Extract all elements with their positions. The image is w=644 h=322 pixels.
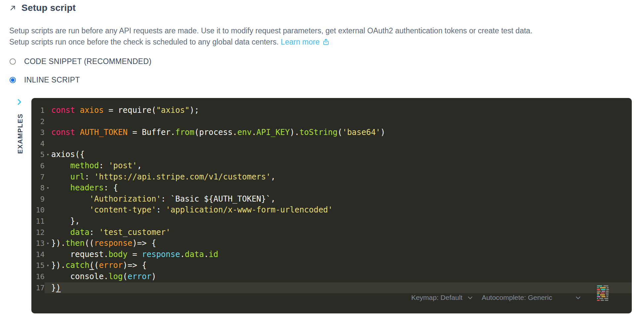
setup-script-page: Setup script Setup scripts are run befor… xyxy=(0,0,644,322)
code-token-prop: url xyxy=(70,172,85,181)
code-line[interactable]: 3const AUTH_TOKEN = Buffer.from(process.… xyxy=(31,127,632,138)
code-token-str: 'application/x-www-form-urlencoded' xyxy=(166,205,333,214)
code-text: const axios = require("axios"); xyxy=(51,105,199,116)
code-token-pl: ( xyxy=(123,272,127,281)
learn-more-link[interactable]: Learn more xyxy=(281,38,330,46)
code-line[interactable]: 5▾axios({ xyxy=(31,149,632,160)
code-line-body[interactable]: ▾axios({ xyxy=(45,149,632,160)
code-token-pl: }). xyxy=(51,261,65,270)
fold-gutter xyxy=(45,160,51,172)
fold-arrow-icon[interactable]: ▾ xyxy=(45,260,51,271)
fold-gutter xyxy=(45,249,51,260)
line-number: 3 xyxy=(31,127,45,138)
code-line-body[interactable]: console.log(error) xyxy=(45,271,632,282)
code-token-prop: then xyxy=(65,239,85,248)
code-line-body[interactable]: const AUTH_TOKEN = Buffer.from(process.e… xyxy=(45,127,632,138)
code-line[interactable]: 16 console.log(error) xyxy=(31,271,632,282)
code-line[interactable]: 6 method: 'post', xyxy=(31,160,632,172)
code-token-pl xyxy=(75,128,80,137)
code-line[interactable]: 14 request.body = response.data.id xyxy=(31,249,632,260)
line-number: 16 xyxy=(31,271,45,282)
code-line[interactable]: 8▾ headers: { xyxy=(31,182,632,194)
code-line-body[interactable]: ▾}).catch((error)=> { xyxy=(45,260,632,271)
code-line[interactable]: 10 'content-type': 'application/x-www-fo… xyxy=(31,205,632,216)
fold-gutter xyxy=(45,105,51,116)
code-token-pl xyxy=(51,194,89,204)
code-lines[interactable]: 1const axios = require("axios");23const … xyxy=(31,98,632,293)
autocomplete-select[interactable]: Autocomplete: Generic xyxy=(482,294,582,302)
code-line[interactable]: 9 'Authorization': `Basic ${AUTH_TOKEN}`… xyxy=(31,194,632,205)
code-line[interactable]: 13▾}).then((response)=> { xyxy=(31,238,632,249)
line-number: 11 xyxy=(31,216,45,227)
code-token-pl: . xyxy=(180,250,185,259)
code-line-body[interactable]: data: 'test_customer' xyxy=(45,227,632,238)
code-line[interactable]: 7 url: 'https://api.stripe.com/v1/custom… xyxy=(31,172,632,183)
code-editor[interactable]: 1const axios = require("axios");23const … xyxy=(31,98,632,313)
fold-arrow-icon[interactable]: ▾ xyxy=(45,149,51,160)
line-number: 5 xyxy=(31,149,45,160)
fold-gutter xyxy=(45,116,51,127)
description-line-1: Setup scripts are run before any API req… xyxy=(9,25,532,36)
fold-gutter xyxy=(45,138,51,149)
code-line-body[interactable]: 'Authorization': `Basic ${AUTH_TOKEN}`, xyxy=(45,194,632,205)
code-token-prop: toString xyxy=(299,128,338,137)
code-line-body[interactable]: const axios = require("axios"); xyxy=(45,105,632,116)
code-text: axios({ xyxy=(51,149,85,160)
code-token-match: ) xyxy=(56,283,60,292)
code-line-body[interactable] xyxy=(45,138,632,149)
fold-arrow-icon[interactable]: ▾ xyxy=(45,238,51,249)
chevron-down-icon xyxy=(575,294,582,301)
line-number: 12 xyxy=(31,227,45,238)
radio-label: INLINE SCRIPT xyxy=(24,76,80,84)
fold-gutter xyxy=(45,282,51,294)
code-token-str: 'https://api.stripe.com/v1/customers' xyxy=(94,172,271,181)
line-number: 7 xyxy=(31,172,45,183)
code-text: 'content-type': 'application/x-www-form-… xyxy=(51,205,333,216)
code-line-body[interactable]: 'content-type': 'application/x-www-form-… xyxy=(45,205,632,216)
code-line[interactable]: 1const axios = require("axios"); xyxy=(31,105,632,116)
fold-gutter xyxy=(45,127,51,138)
line-number: 8 xyxy=(31,182,45,194)
code-token-pl: request. xyxy=(51,250,108,259)
keymap-select[interactable]: Keymap: Default xyxy=(411,294,474,302)
code-text: 'Authorization': `Basic ${AUTH_TOKEN}`, xyxy=(51,194,275,205)
code-line-body[interactable] xyxy=(45,116,632,127)
fold-gutter xyxy=(45,216,51,227)
line-number: 2 xyxy=(31,116,45,127)
radio-option-code-snippet[interactable]: CODE SNIPPET (RECOMMENDED) xyxy=(10,57,152,66)
code-line[interactable]: 4 xyxy=(31,138,632,149)
code-token-pl: : { xyxy=(104,183,118,192)
code-line-body[interactable]: ▾ headers: { xyxy=(45,182,632,194)
code-token-str: 'base64' xyxy=(342,128,380,137)
code-token-pl: console. xyxy=(51,272,108,281)
radio-input-inline-script[interactable] xyxy=(10,77,16,83)
code-line-body[interactable]: request.body = response.data.id xyxy=(45,249,632,260)
code-line[interactable]: 15▾}).catch((error)=> { xyxy=(31,260,632,271)
code-text: }, xyxy=(51,216,80,227)
code-token-str: 'content-type' xyxy=(89,205,156,214)
examples-chevron-icon[interactable] xyxy=(15,98,23,108)
radio-option-inline-script[interactable]: INLINE SCRIPT xyxy=(10,76,80,84)
examples-label[interactable]: EXAMPLES xyxy=(17,113,24,154)
code-line[interactable]: 2 xyxy=(31,116,632,127)
radio-input-code-snippet[interactable] xyxy=(10,58,16,65)
code-token-prop: body xyxy=(108,250,127,259)
code-text: }).catch((error)=> { xyxy=(51,260,147,271)
code-token-prop: API_KEY xyxy=(256,128,290,137)
code-token-pl: ) xyxy=(380,128,385,137)
code-line-body[interactable]: url: 'https://api.stripe.com/v1/customer… xyxy=(45,172,632,183)
code-line[interactable]: 12 data: 'test_customer' xyxy=(31,227,632,238)
arrow-up-right-icon xyxy=(9,4,17,12)
code-token-def: error xyxy=(99,261,123,270)
code-line-body[interactable]: method: 'post', xyxy=(45,160,632,172)
code-token-pl: = Buffer. xyxy=(127,128,175,137)
code-line[interactable]: 11 }, xyxy=(31,216,632,227)
code-line-body[interactable]: ▾}).then((response)=> { xyxy=(45,238,632,249)
code-token-prop: headers xyxy=(70,183,104,192)
code-token-pl: : `Basic ${AUTH_TOKEN}`, xyxy=(161,194,275,204)
code-token-var: error xyxy=(127,272,151,281)
fold-arrow-icon[interactable]: ▾ xyxy=(45,182,51,194)
code-token-str: 'post' xyxy=(108,161,137,170)
code-line-body[interactable]: }, xyxy=(45,216,632,227)
code-token-pl: (process. xyxy=(195,128,237,137)
